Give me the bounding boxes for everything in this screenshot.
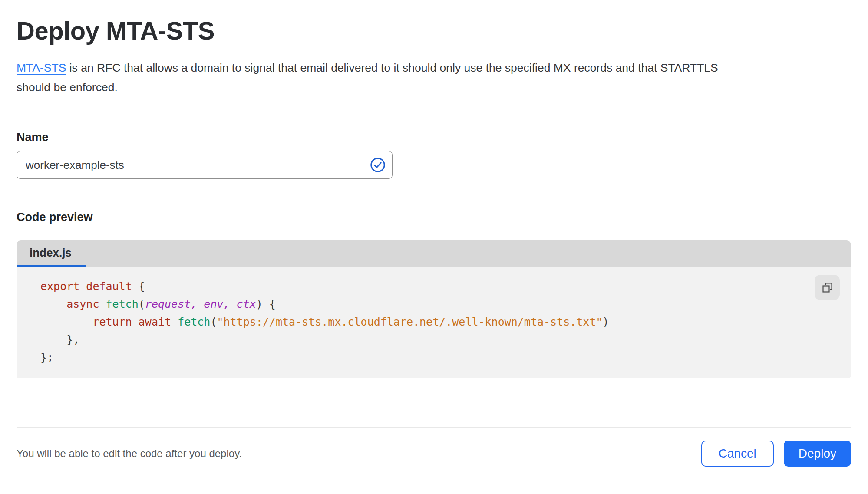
code-preview-card: index.js export default { async fetch(re… — [17, 240, 851, 378]
footer-actions: Cancel Deploy — [701, 441, 851, 467]
intro-paragraph: MTA-STS is an RFC that allows a domain t… — [17, 58, 842, 97]
footer-note: You will be able to edit the code after … — [17, 448, 242, 460]
code-preview-label: Code preview — [17, 210, 851, 224]
code-line: }, — [40, 331, 795, 349]
intro-text-line2: should be enforced. — [17, 78, 842, 97]
code-content: export default { async fetch(request, en… — [40, 277, 795, 366]
intro-text-line1: is an RFC that allows a domain to signal… — [69, 61, 718, 74]
name-input-wrapper — [17, 151, 393, 179]
page-title: Deploy MTA-STS — [17, 16, 851, 46]
code-area: export default { async fetch(request, en… — [17, 267, 851, 378]
deploy-button[interactable]: Deploy — [784, 441, 851, 467]
name-input[interactable] — [17, 151, 393, 179]
tab-label: index.js — [30, 246, 72, 260]
tab-index-js[interactable]: index.js — [17, 240, 86, 267]
deploy-mta-sts-dialog: Deploy MTA-STS MTA-STS is an RFC that al… — [0, 0, 868, 467]
code-tab-bar: index.js — [17, 240, 851, 267]
code-line: return await fetch("https://mta-sts.mx.c… — [40, 313, 795, 331]
name-label: Name — [17, 130, 851, 144]
cancel-button[interactable]: Cancel — [701, 441, 774, 467]
code-line: }; — [40, 349, 795, 366]
copy-button[interactable] — [815, 275, 840, 300]
footer-bar: You will be able to edit the code after … — [17, 428, 851, 467]
copy-icon — [821, 281, 834, 294]
mta-sts-link[interactable]: MTA-STS — [17, 61, 66, 74]
code-line: export default { — [40, 277, 795, 295]
code-line: async fetch(request, env, ctx) { — [40, 295, 795, 313]
